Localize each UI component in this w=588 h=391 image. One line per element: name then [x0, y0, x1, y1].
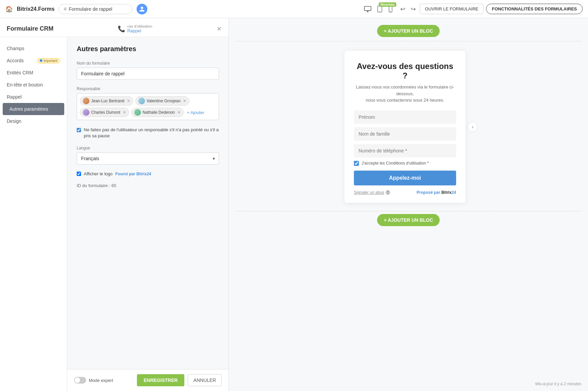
- use-case-value: Rappel: [127, 28, 152, 33]
- nouveau-badge: Nouveau: [379, 2, 396, 7]
- form-search-line-icon: ≡: [64, 6, 67, 12]
- user-avatar-jean-luc: [83, 98, 89, 104]
- brand-24-text: 24: [452, 190, 456, 195]
- fourni-par-label: Fourni par Bitrix24: [115, 172, 151, 176]
- home-icon[interactable]: 🏠: [5, 5, 13, 13]
- mode-expert-row: Mode expert: [74, 377, 113, 384]
- user-avatar-valentine: [138, 98, 145, 104]
- sidebar-label-rappel: Rappel: [7, 94, 22, 100]
- preview-submit-button[interactable]: Appelez-moi: [354, 171, 456, 185]
- form-name-input[interactable]: [77, 68, 219, 80]
- form-search-bar[interactable]: ≡ Formulaire de rappel: [59, 4, 133, 14]
- preview-nom-input[interactable]: [354, 127, 456, 141]
- user-tag-nathalie: Nathalie Dedenon ✕: [131, 108, 184, 117]
- sidebar-nav: Champs Accords important Entités CRM En-…: [0, 37, 67, 391]
- svg-rect-0: [364, 6, 371, 10]
- topbar: 🏠 Bitrix24.Forms ≡ Formulaire de rappel …: [0, 0, 588, 18]
- sidebar-label-entites-crm: Entités CRM: [7, 70, 33, 75]
- sidebar-item-design[interactable]: Design: [0, 115, 67, 127]
- preview-subtitle-line2: nous vous contacterons sous 24 heures.: [366, 98, 444, 103]
- afficher-logo-row: Afficher le logo Fourni par Bitrix24: [77, 171, 219, 176]
- top-divider: [235, 41, 581, 41]
- remove-charles-button[interactable]: ✕: [123, 110, 126, 115]
- user-avatar-charles: [83, 109, 89, 116]
- bottom-bar: Mode expert ENREGISTRER ANNULER: [67, 369, 228, 391]
- close-panel-button[interactable]: ✕: [217, 25, 222, 33]
- add-bloc-top-button[interactable]: + AJOUTER UN BLOC: [377, 25, 440, 37]
- langue-label: Langue: [77, 146, 219, 150]
- add-bloc-bottom-button[interactable]: + AJOUTER UN BLOC: [377, 214, 440, 226]
- preview-card: Avez-vous des questions ? Laissez-nous v…: [344, 51, 466, 203]
- mode-expert-toggle[interactable]: [74, 377, 86, 384]
- desktop-device-btn[interactable]: [362, 5, 373, 13]
- afficher-logo-checkbox[interactable]: [77, 172, 81, 176]
- remove-jean-luc-button[interactable]: ✕: [127, 99, 130, 103]
- sidebar-label-champs: Champs: [7, 46, 24, 51]
- preview-tel-input[interactable]: [354, 144, 456, 157]
- langue-select[interactable]: Français English Deutsch Español: [77, 152, 219, 165]
- preview-cgu-checkbox[interactable]: [354, 161, 359, 166]
- use-case-label: cas d'utilisation: [127, 24, 152, 28]
- sidebar-item-entete-bouton[interactable]: En-tête et bouton: [0, 79, 67, 91]
- sidebar-label-entete-bouton: En-tête et bouton: [7, 82, 43, 87]
- sidebar-item-accords[interactable]: Accords important: [0, 55, 67, 67]
- user-name-charles: Charles Dumont: [91, 110, 120, 115]
- content-area: Autres paramètres Nom du formulaire Resp…: [67, 37, 228, 369]
- enregistrer-button[interactable]: ENREGISTRER: [137, 374, 184, 386]
- device-group: Nouveau: [362, 4, 395, 14]
- preview-subtitle-line1: Laissez-nous vos coordonnées via le form…: [356, 84, 454, 96]
- autosave-area: Mis-à-jour il y a 2 minutes: [535, 381, 581, 386]
- mobile-device-btn-wrap: Nouveau: [386, 4, 395, 14]
- redo-button[interactable]: ↪: [409, 4, 417, 14]
- preview-footer: Signaler un abus ? Proposé par Bitrix24: [354, 190, 456, 195]
- undo-button[interactable]: ↩: [399, 4, 407, 14]
- no-pointage-label: Ne faites pas de l'utilisateur un respon…: [84, 127, 219, 139]
- no-pointage-checkbox-row: Ne faites pas de l'utilisateur un respon…: [77, 127, 219, 139]
- signaler-abus-link[interactable]: Signaler un abus ?: [354, 190, 390, 195]
- sidebar-item-autres-parametres[interactable]: Autres paramètres: [3, 103, 64, 115]
- sidebar-label-design: Design: [7, 118, 22, 124]
- preview-cgu-row: J'accepte les Conditions d'utilisation *: [354, 161, 456, 166]
- sidebar-item-entites-crm[interactable]: Entités CRM: [0, 67, 67, 79]
- important-badge: important: [37, 58, 60, 63]
- app-logo: Bitrix24.Forms: [17, 6, 54, 12]
- left-panel: Formulaire CRM 📞 cas d'utilisation Rappe…: [0, 18, 229, 391]
- ouvrir-formulaire-button[interactable]: OUVRIR LE FORMULAIRE: [420, 4, 483, 14]
- langue-select-wrap: Français English Deutsch Español: [77, 152, 219, 165]
- preview-card-wrap: Avez-vous des questions ? Laissez-nous v…: [344, 45, 472, 208]
- sidebar-item-champs[interactable]: Champs: [0, 42, 67, 55]
- preview-panel: + AJOUTER UN BLOC Avez-vous des question…: [229, 18, 588, 391]
- responsable-label: Responsable: [77, 86, 219, 91]
- user-tag-valentine: Valentine Grosjean ✕: [135, 96, 189, 106]
- annuler-button[interactable]: ANNULER: [188, 374, 222, 386]
- add-responsable-button[interactable]: + Ajouter: [186, 109, 206, 116]
- preview-subtitle: Laissez-nous vos coordonnées via le form…: [354, 84, 456, 104]
- help-icon: ?: [385, 190, 390, 195]
- form-id: ID du formulaire : 65: [77, 183, 219, 188]
- propose-par-label: Proposé par: [417, 190, 440, 195]
- remove-nathalie-button[interactable]: ✕: [177, 110, 181, 115]
- content-title: Autres paramètres: [77, 45, 219, 53]
- panel-header: Formulaire CRM 📞 cas d'utilisation Rappe…: [0, 18, 228, 37]
- collapse-preview-button[interactable]: ‹: [468, 122, 478, 132]
- action-buttons: ENREGISTRER ANNULER: [137, 374, 222, 386]
- preview-cgu-label: J'accepte les Conditions d'utilisation *: [362, 161, 429, 166]
- toggle-knob: [75, 378, 80, 383]
- fourni-par-brand: Bitrix24: [136, 172, 151, 176]
- responsable-group: Responsable Jean-Luc Bertrand ✕ Valentin…: [77, 86, 219, 120]
- svg-point-6: [390, 11, 391, 12]
- preview-prenom-input[interactable]: [354, 110, 456, 124]
- no-pointage-checkbox[interactable]: [77, 128, 81, 133]
- user-name-valentine: Valentine Grosjean: [147, 99, 181, 103]
- svg-point-4: [379, 11, 380, 12]
- propose-par: Proposé par Bitrix24: [417, 190, 456, 195]
- mode-expert-label: Mode expert: [89, 378, 113, 383]
- propose-par-brand: Bitrix24: [441, 190, 456, 195]
- user-avatar: [137, 4, 147, 14]
- sidebar-item-rappel[interactable]: Rappel: [0, 91, 67, 103]
- user-tag-charles: Charles Dumont ✕: [80, 108, 129, 117]
- fonctionnalites-button[interactable]: FONCTIONNALITÉS DES FORMULAIRES: [486, 4, 583, 14]
- panel-title: Formulaire CRM: [7, 25, 53, 32]
- remove-valentine-button[interactable]: ✕: [183, 99, 186, 103]
- main-layout: Formulaire CRM 📞 cas d'utilisation Rappe…: [0, 18, 588, 391]
